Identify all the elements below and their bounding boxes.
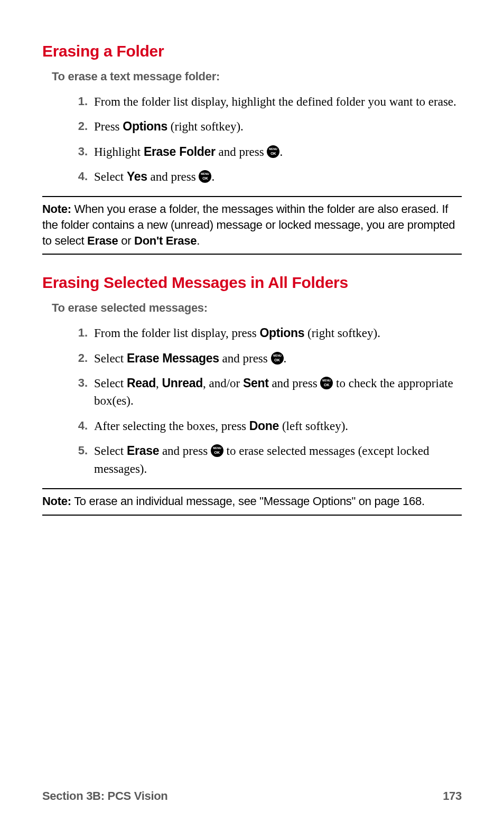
note-erase-individual: Note: To erase an individual message, se… (42, 488, 462, 516)
step-1: 1. From the folder list display, highlig… (94, 93, 462, 110)
step-text: (left softkey). (279, 419, 348, 433)
step-text: Highlight (94, 145, 144, 158)
note-label: Note: (42, 202, 71, 216)
step-text: and press (269, 377, 321, 390)
menu-ok-icon (267, 145, 279, 158)
page: Erasing a Folder To erase a text message… (0, 0, 504, 840)
step-number: 2. (67, 118, 88, 135)
bold-options: Options (123, 119, 167, 133)
heading-erasing-selected: Erasing Selected Messages in All Folders (42, 274, 462, 292)
step-number: 3. (67, 143, 88, 160)
intro-erase-selected: To erase selected messages: (52, 301, 462, 315)
intro-erase-folder: To erase a text message folder: (52, 70, 462, 83)
bold-yes: Yes (127, 170, 147, 183)
bold-read: Read (127, 376, 156, 390)
steps-erase-folder: 1. From the folder list display, highlig… (42, 93, 462, 185)
step-text: and press (159, 444, 211, 458)
bold-dont-erase: Don't Erase (134, 234, 197, 247)
bold-unread: Unread (162, 376, 203, 390)
footer-section: Section 3B: PCS Vision (42, 789, 168, 803)
bold-erase-folder: Erase Folder (144, 145, 216, 158)
step-number: 3. (67, 375, 88, 391)
footer-page-number: 173 (443, 789, 462, 803)
step-text: . (284, 352, 287, 365)
step-4: 4. After selecting the boxes, press Done… (94, 417, 462, 435)
note-label: Note: (42, 494, 71, 508)
step-text: . (279, 145, 283, 158)
step-5: 5. Select Erase and press to erase selec… (94, 442, 462, 478)
page-footer: Section 3B: PCS Vision 173 (42, 789, 462, 803)
step-text: Select (94, 444, 127, 458)
step-3: 3. Highlight Erase Folder and press . (94, 143, 462, 161)
step-4: 4. Select Yes and press . (94, 168, 462, 185)
step-number: 5. (67, 442, 88, 459)
bold-erase: Erase (87, 234, 118, 247)
note-text: . (197, 234, 200, 247)
step-number: 1. (67, 93, 88, 110)
step-text: and press (147, 170, 199, 183)
menu-ok-icon (320, 377, 333, 389)
heading-erasing-folder: Erasing a Folder (42, 42, 462, 60)
step-text: Select (94, 170, 127, 183)
step-2: 2. Select Erase Messages and press . (94, 350, 462, 367)
step-text: (right softkey). (304, 326, 380, 340)
step-text: Press (94, 120, 123, 133)
step-text: , (156, 377, 162, 390)
step-text: Select (94, 352, 127, 365)
bold-done: Done (249, 419, 279, 433)
step-number: 4. (67, 417, 88, 434)
step-text: Select (94, 377, 127, 390)
step-2: 2. Press Options (right softkey). (94, 118, 462, 135)
step-text: After selecting the boxes, press (94, 419, 249, 433)
bold-erase-messages: Erase Messages (127, 351, 219, 365)
step-text: , and/or (203, 377, 243, 390)
menu-ok-icon (211, 444, 223, 457)
note-text: or (118, 234, 135, 247)
step-text: From the folder list display, press (94, 326, 259, 340)
bold-erase: Erase (127, 444, 159, 458)
step-number: 1. (67, 324, 88, 341)
step-text: From the folder list display, highlight … (94, 95, 456, 108)
note-text: To erase an individual message, see "Mes… (71, 494, 425, 508)
step-3: 3. Select Read, Unread, and/or Sent and … (94, 375, 462, 410)
step-number: 4. (67, 168, 88, 185)
step-number: 2. (67, 350, 88, 367)
bold-options: Options (259, 326, 304, 340)
menu-ok-icon (271, 352, 284, 365)
step-text: . (211, 170, 214, 183)
steps-erase-selected: 1. From the folder list display, press O… (42, 324, 462, 477)
step-text: (right softkey). (167, 120, 244, 133)
note-erase-folder: Note: When you erase a folder, the messa… (42, 196, 462, 255)
step-text: and press (219, 352, 271, 365)
bold-sent: Sent (243, 376, 269, 390)
step-text: and press (216, 145, 267, 158)
menu-ok-icon (199, 170, 211, 183)
step-1: 1. From the folder list display, press O… (94, 324, 462, 342)
